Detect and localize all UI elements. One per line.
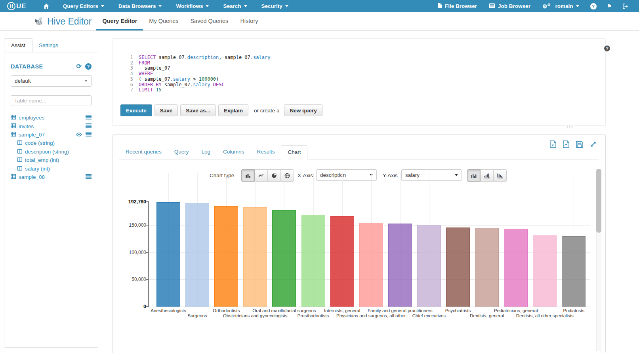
row-actions xyxy=(86,115,92,121)
nav-menu-workflows[interactable]: Workflows xyxy=(169,0,216,12)
nav-user-menu[interactable]: ⚙⚙ romain xyxy=(536,3,585,9)
refresh-icon[interactable]: ⟳ xyxy=(76,63,82,70)
bar-oral-and-maxillofacial-surgeons[interactable] xyxy=(272,210,296,307)
table-icon xyxy=(11,174,16,180)
bar-psychiatrists[interactable] xyxy=(446,228,470,307)
eye-icon[interactable] xyxy=(76,132,82,138)
save-button[interactable]: Save xyxy=(155,104,178,116)
bar-chief-executives[interactable] xyxy=(417,225,441,307)
nav-job-browser[interactable]: Job Browser xyxy=(483,3,536,9)
table-menu-icon[interactable] xyxy=(86,115,92,121)
chart-scrollbar-thumb[interactable] xyxy=(596,169,601,233)
sql-editor[interactable]: 1234567 SELECT sample_07.description, sa… xyxy=(123,52,594,96)
editor-line-number: 3 xyxy=(123,66,133,71)
editor-line-number: 7 xyxy=(123,87,133,93)
code-line: sample_07 xyxy=(139,66,270,71)
nav-menu-security[interactable]: Security xyxy=(254,0,296,12)
editor-help-icon[interactable]: ? xyxy=(604,46,610,51)
flag-icon[interactable]: ⚑ xyxy=(602,3,617,9)
tab-history[interactable]: History xyxy=(234,12,264,30)
editor-line-number: 1 xyxy=(123,55,133,61)
table-row-employees[interactable]: employees xyxy=(11,114,92,122)
table-name: invites xyxy=(19,123,34,129)
bar-physicians-and-surgeons-all-other[interactable] xyxy=(359,223,383,307)
nav-file-browser[interactable]: File Browser xyxy=(431,3,483,10)
column-row-salary-int[interactable]: salary (int) xyxy=(11,164,92,173)
column-row-description-string[interactable]: description (string) xyxy=(11,148,92,156)
database-help-icon[interactable]: ? xyxy=(85,63,92,70)
app-header: Hive Editor Query EditorMy QueriesSaved … xyxy=(0,12,639,31)
column-row-total_emp-int[interactable]: total_emp (int) xyxy=(11,156,92,164)
table-filter-input[interactable] xyxy=(11,95,92,106)
bar-surgeons[interactable] xyxy=(185,203,209,307)
chevron-down-icon xyxy=(576,5,579,7)
save-as-button[interactable]: Save as... xyxy=(180,104,216,116)
table-list: employeesinvitessample_07code (string)de… xyxy=(11,114,92,181)
results-tab-results[interactable]: Results xyxy=(250,145,281,159)
nav-menu-label: Workflows xyxy=(176,3,203,9)
table-name: sample_08 xyxy=(19,174,45,180)
bar-chart: 050,000100,000150,000192,780Anesthesiolo… xyxy=(149,173,590,307)
caret-down-icon xyxy=(84,80,88,82)
bar-chart-button[interactable] xyxy=(241,169,255,182)
editor-code[interactable]: SELECT sample_07.description, sample_07.… xyxy=(136,52,270,96)
bar-dentists-general[interactable] xyxy=(475,228,499,307)
tab-settings[interactable]: Settings xyxy=(32,38,65,52)
top-nav-menus: Query EditorsData BrowsersWorkflowsSearc… xyxy=(56,0,296,12)
column-row-code-string[interactable]: code (string) xyxy=(11,139,92,147)
assist-tabbar: Assist Settings xyxy=(4,38,65,52)
table-row-sample_07[interactable]: sample_07 xyxy=(11,131,92,139)
query-actions: Execute Save Save as... Explain or creat… xyxy=(120,104,325,116)
hue-logo[interactable]: H UE xyxy=(7,2,27,10)
column-icon xyxy=(17,140,22,146)
panel-resize-handle[interactable]: ... xyxy=(567,122,574,129)
new-query-button[interactable]: New query xyxy=(284,104,322,116)
tab-assist[interactable]: Assist xyxy=(4,38,32,52)
bar-family-and-general-practitioners[interactable] xyxy=(388,224,412,307)
chevron-down-icon xyxy=(285,5,288,7)
y-axis-tick-mark xyxy=(146,252,148,253)
tab-query-editor[interactable]: Query Editor xyxy=(96,12,143,30)
tab-my-queries[interactable]: My Queries xyxy=(143,12,184,30)
results-tab-columns[interactable]: Columns xyxy=(217,145,250,159)
nav-menu-query-editors[interactable]: Query Editors xyxy=(56,0,111,12)
bar-anesthesiologists[interactable] xyxy=(156,202,180,307)
tab-saved-queries[interactable]: Saved Queries xyxy=(184,12,234,30)
bar-dentists-all-other-specialists[interactable] xyxy=(533,235,557,307)
bar-prosthodontists[interactable] xyxy=(301,215,325,307)
execute-button[interactable]: Execute xyxy=(120,104,152,116)
explain-button[interactable]: Explain xyxy=(218,104,248,116)
results-tab-chart[interactable]: Chart xyxy=(281,145,307,159)
table-row-sample_08[interactable]: sample_08 xyxy=(11,173,92,181)
bar-internists-general[interactable] xyxy=(330,216,354,307)
bar-orthodontists[interactable] xyxy=(214,206,238,307)
results-tab-recent-queries[interactable]: Recent queries xyxy=(119,145,168,159)
column-name: salary (int) xyxy=(25,166,50,172)
column-icon xyxy=(17,149,22,155)
column-icon xyxy=(17,157,22,163)
hive-editor-title[interactable]: Hive Editor xyxy=(34,16,92,27)
x-axis-label: Orthodontists xyxy=(213,308,240,313)
nav-menu-search[interactable]: Search xyxy=(216,0,254,12)
table-menu-icon[interactable] xyxy=(86,174,92,180)
nav-menu-data-browsers[interactable]: Data Browsers xyxy=(111,0,169,12)
bar-pediatricians-general[interactable] xyxy=(504,229,528,307)
results-tab-log[interactable]: Log xyxy=(195,145,217,159)
help-icon[interactable]: ? xyxy=(585,3,602,9)
x-axis-label: Physicians and surgeons, all other xyxy=(336,313,406,318)
bar-chart-icon xyxy=(245,173,251,178)
editor-line-number: 2 xyxy=(123,61,133,66)
table-menu-icon[interactable] xyxy=(86,132,92,138)
results-tab-query[interactable]: Query xyxy=(168,145,195,159)
database-select[interactable]: default xyxy=(11,75,92,87)
bar-podiatrists[interactable] xyxy=(562,236,586,307)
table-row-invites[interactable]: invites xyxy=(11,122,92,130)
sort-none-button[interactable] xyxy=(467,169,481,182)
database-header: DATABASE ⟳ ? xyxy=(11,63,92,70)
app-tabs: Query EditorMy QueriesSaved QueriesHisto… xyxy=(96,12,264,30)
bar-obstetricians-and-gynecologists[interactable] xyxy=(243,207,267,307)
x-axis-label: Podiatrists xyxy=(563,308,585,313)
sign-out-icon[interactable] xyxy=(617,4,633,9)
home-icon[interactable] xyxy=(37,3,56,9)
table-menu-icon[interactable] xyxy=(86,123,92,129)
